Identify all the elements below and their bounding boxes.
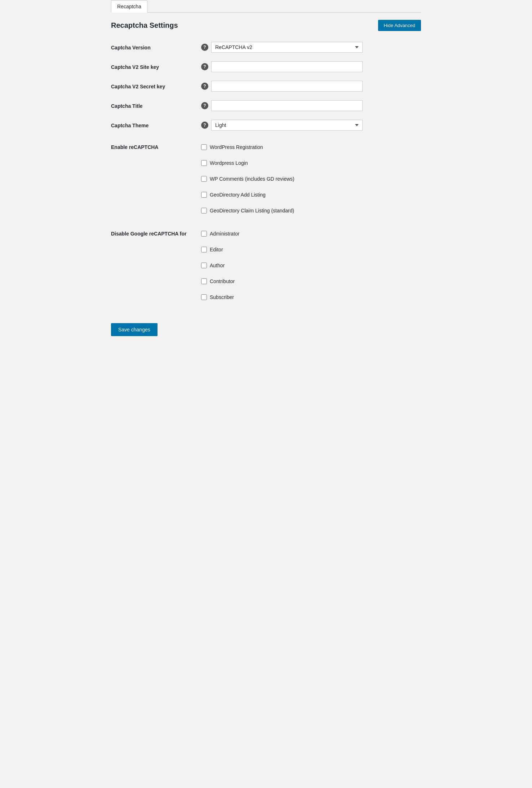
- content-area: Recaptcha Settings Hide Advanced Captcha…: [111, 13, 421, 343]
- page-title: Recaptcha Settings: [111, 21, 178, 30]
- captcha-theme-select[interactable]: Light Dark: [211, 120, 363, 131]
- captcha-title-input[interactable]: [211, 100, 363, 111]
- captcha-version-select[interactable]: ReCAPTCHA v2 ReCAPTCHA v3: [211, 42, 363, 53]
- tab-recaptcha-label: Recaptcha: [117, 4, 141, 9]
- settings-header: Recaptcha Settings Hide Advanced: [111, 20, 421, 31]
- checkbox-administrator: Administrator: [201, 226, 239, 242]
- captcha-v2-site-key-row: Captcha V2 Site key ?: [111, 61, 421, 72]
- save-changes-button[interactable]: Save changes: [111, 323, 158, 336]
- captcha-v2-site-key-help-icon[interactable]: ?: [201, 63, 208, 70]
- editor-checkbox[interactable]: [201, 247, 207, 252]
- captcha-theme-row: Captcha Theme ? Light Dark: [111, 120, 421, 131]
- administrator-checkbox[interactable]: [201, 231, 207, 237]
- wp-login-checkbox[interactable]: [201, 160, 207, 166]
- checkbox-gd-claim-listing: GeoDirectory Claim Listing (standard): [201, 203, 294, 219]
- gd-claim-listing-label: GeoDirectory Claim Listing (standard): [210, 208, 294, 213]
- checkbox-author: Author: [201, 257, 239, 273]
- checkbox-editor: Editor: [201, 242, 239, 257]
- contributor-label: Contributor: [210, 278, 235, 284]
- captcha-v2-secret-key-content: ?: [201, 81, 421, 92]
- author-checkbox[interactable]: [201, 263, 207, 268]
- contributor-checkbox[interactable]: [201, 278, 207, 284]
- enable-recaptcha-row: Enable reCAPTCHA WordPress Registration …: [111, 139, 421, 219]
- captcha-version-label: Captcha Version: [111, 42, 201, 50]
- captcha-version-row: Captcha Version ? ReCAPTCHA v2 ReCAPTCHA…: [111, 42, 421, 53]
- hide-advanced-button[interactable]: Hide Advanced: [378, 20, 421, 31]
- captcha-title-help-icon[interactable]: ?: [201, 102, 208, 109]
- save-section: Save changes: [111, 316, 421, 336]
- captcha-v2-site-key-input[interactable]: [211, 61, 363, 72]
- wp-comments-checkbox[interactable]: [201, 176, 207, 182]
- enable-recaptcha-label: Enable reCAPTCHA: [111, 139, 201, 150]
- checkbox-gd-add-listing: GeoDirectory Add Listing: [201, 187, 294, 203]
- wp-registration-checkbox[interactable]: [201, 144, 207, 150]
- tab-recaptcha[interactable]: Recaptcha: [111, 0, 147, 13]
- captcha-v2-site-key-label: Captcha V2 Site key: [111, 61, 201, 70]
- checkbox-wp-comments: WP Comments (includes GD reviews): [201, 171, 294, 187]
- captcha-theme-content: ? Light Dark: [201, 120, 421, 131]
- captcha-v2-secret-key-help-icon[interactable]: ?: [201, 83, 208, 90]
- captcha-title-content: ?: [201, 100, 421, 111]
- captcha-version-content: ? ReCAPTCHA v2 ReCAPTCHA v3: [201, 42, 421, 53]
- author-label: Author: [210, 263, 225, 268]
- captcha-v2-site-key-content: ?: [201, 61, 421, 72]
- disable-recaptcha-checkboxes: Administrator Editor Author Contributor …: [201, 226, 239, 305]
- disable-recaptcha-row: Disable Google reCAPTCHA for Administrat…: [111, 226, 421, 305]
- subscriber-label: Subscriber: [210, 294, 234, 300]
- captcha-v2-secret-key-row: Captcha V2 Secret key ?: [111, 81, 421, 92]
- captcha-theme-label: Captcha Theme: [111, 120, 201, 128]
- captcha-v2-secret-key-input[interactable]: [211, 81, 363, 92]
- gd-add-listing-label: GeoDirectory Add Listing: [210, 192, 266, 198]
- wp-registration-label: WordPress Registration: [210, 144, 263, 150]
- captcha-theme-help-icon[interactable]: ?: [201, 122, 208, 129]
- tab-bar: Recaptcha: [111, 0, 421, 13]
- checkbox-wp-registration: WordPress Registration: [201, 139, 294, 155]
- checkbox-subscriber: Subscriber: [201, 289, 239, 305]
- checkbox-wp-login: Wordpress Login: [201, 155, 294, 171]
- captcha-version-help-icon[interactable]: ?: [201, 44, 208, 51]
- checkbox-contributor: Contributor: [201, 273, 239, 289]
- gd-add-listing-checkbox[interactable]: [201, 192, 207, 198]
- captcha-v2-secret-key-label: Captcha V2 Secret key: [111, 81, 201, 89]
- disable-recaptcha-label: Disable Google reCAPTCHA for: [111, 226, 201, 237]
- enable-recaptcha-checkboxes: WordPress Registration Wordpress Login W…: [201, 139, 294, 219]
- administrator-label: Administrator: [210, 231, 239, 237]
- editor-label: Editor: [210, 247, 223, 252]
- captcha-title-label: Captcha Title: [111, 100, 201, 109]
- wp-comments-label: WP Comments (includes GD reviews): [210, 176, 294, 182]
- subscriber-checkbox[interactable]: [201, 294, 207, 300]
- gd-claim-listing-checkbox[interactable]: [201, 208, 207, 213]
- captcha-title-row: Captcha Title ?: [111, 100, 421, 111]
- wp-login-label: Wordpress Login: [210, 160, 248, 166]
